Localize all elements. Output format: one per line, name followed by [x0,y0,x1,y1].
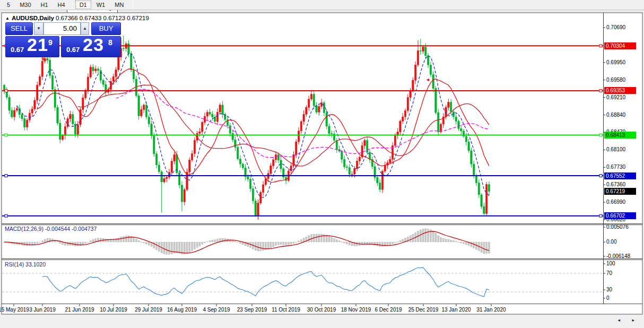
sell-price-prefix: 0.67 [11,46,24,54]
buy-price-big: 23 [83,34,104,55]
price-tick-0.68100: 0.68100 [606,146,642,153]
price-tick-0.68840: 0.68840 [606,112,642,118]
date-label: 18 Nov 2019 [341,307,371,313]
sell-price-big: 21 [27,34,48,55]
date-label: 13 Jan 2020 [441,307,471,313]
date-label: 3 Jun 2019 [29,307,56,313]
timeframe-button-h4[interactable]: H4 [54,1,69,9]
chart-title: ▲AUDUSD,Daily 0.67366 0.67433 0.67123 0.… [5,15,149,21]
buy-button[interactable]: BUY [91,22,121,35]
mt4-window: 5M30H1H4D1W1MN ▲AUDUSD,Daily 0.67366 0.6… [0,0,644,328]
sell-price-display[interactable]: 0.67 21 9 [5,36,59,57]
date-label: 4 Sep 2019 [203,307,230,313]
timeframe-button-h1[interactable]: H1 [37,1,53,9]
price-badge-0.67552: 0.67552 [604,172,636,179]
price-tick-0.67360: 0.67360 [606,182,642,188]
timeframe-button-5[interactable]: 5 [3,1,14,9]
rsi-tick-70: 70 [606,270,642,277]
date-label: 11 Oct 2019 [272,307,300,313]
date-label: 21 Jun 2019 [65,307,94,313]
date-label: 10 Jul 2019 [100,307,127,313]
rsi-tick-30: 30 [606,287,642,293]
date-label: 16 Aug 2019 [167,307,197,313]
timeframe-toolbar: 5M30H1H4D1W1MN [0,0,644,10]
date-label: 29 Jul 2019 [135,307,162,313]
macd-tick--0.006148: -0.006148 [606,253,642,260]
volume-increase-button[interactable]: ▲ [81,22,89,35]
price-badge-0.66702: 0.66702 [604,212,636,219]
rsi-indicator-label: RSI(14) 33.1020 [5,261,46,267]
macd-tick-0.005076: 0.005076 [606,224,642,230]
price-badge-0.70304: 0.70304 [604,42,636,49]
price-badge-0.67219: 0.67219 [604,188,636,195]
price-tick-0.69580: 0.69580 [606,77,642,83]
buy-price-pip: 8 [108,38,112,47]
price-tick-0.69210: 0.69210 [606,94,642,101]
toolbar-separator [72,1,73,8]
date-label: 23 Sep 2019 [237,307,267,313]
toolbar-separator [133,1,133,8]
volume-decrease-button[interactable]: ▼ [34,22,43,35]
price-tick-0.70690: 0.70690 [606,24,642,31]
timeframe-button-mn[interactable]: MN [110,1,128,9]
one-click-trade-panel: SELL ▼ 5.00 ▲ BUY 0.67 21 9 0.67 23 8 [4,22,121,58]
sell-button[interactable]: SELL [5,22,33,35]
timeframe-button-m30[interactable]: M30 [15,1,35,9]
price-badge-0.69353: 0.69353 [604,87,636,94]
tab-scroll-arrows[interactable]: ◂ ▸ [617,317,640,323]
date-label: 6 Dec 2019 [375,307,402,313]
price-badge-0.68413: 0.68413 [604,132,636,139]
date-label: 25 Dec 2019 [408,307,439,313]
collapse-panel-icon[interactable]: ▲ [5,16,10,21]
chart-symbol-label: AUDUSD,Daily [12,15,54,21]
chart-object-marker[interactable]: ◄ [425,77,430,82]
timeframe-button-w1[interactable]: W1 [92,1,110,9]
date-label: 15 May 2019 [0,307,29,313]
rsi-tick-0: 0 [606,295,642,301]
volume-input[interactable]: 5.00 [43,22,81,35]
buy-price-prefix: 0.67 [66,46,80,54]
date-label: 30 Oct 2019 [307,307,336,313]
macd-indicator-label: MACD(12,26,9) -0.004544 -0.004737 [5,226,97,232]
date-label: 31 Jan 2020 [476,307,506,313]
price-tick-0.67730: 0.67730 [606,164,642,170]
sell-price-pip: 9 [48,38,53,47]
price-tick-0.69950: 0.69950 [606,59,642,66]
buy-price-display[interactable]: 0.67 23 8 [61,36,121,57]
chart-ohlc-values: 0.67366 0.67433 0.67123 0.67219 [56,15,149,21]
price-tick-0.66990: 0.66990 [606,199,642,205]
rsi-tick-100: 100 [606,261,642,267]
macd-tick-0.00: 0.00 [606,239,642,245]
timeframe-button-d1[interactable]: D1 [75,1,91,9]
